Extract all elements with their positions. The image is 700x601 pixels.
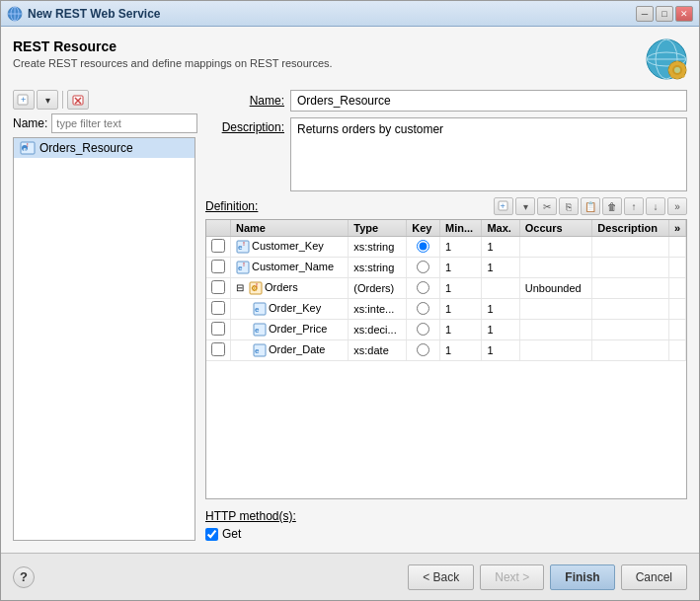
- def-more-button[interactable]: »: [667, 197, 687, 215]
- name-label: Name:: [13, 116, 47, 130]
- get-checkbox[interactable]: [205, 528, 218, 541]
- header-text: REST Resource Create REST resources and …: [13, 38, 333, 69]
- cell-occurs: [519, 340, 592, 361]
- cell-max: 1: [482, 237, 519, 258]
- http-section: HTTP method(s): Get: [205, 509, 687, 541]
- svg-rect-12: [668, 69, 672, 72]
- definition-header: Definition: + ▾ ✂ ⎘ 📋: [205, 197, 687, 215]
- dropdown-arrow-button[interactable]: ▾: [37, 90, 58, 110]
- filter-input[interactable]: [51, 113, 197, 133]
- cell-min: 1: [440, 320, 482, 340]
- next-button[interactable]: Next >: [480, 564, 544, 590]
- cell-more: [668, 340, 685, 361]
- header-section: REST Resource Create REST resources and …: [13, 38, 687, 80]
- key-radio[interactable]: [417, 302, 429, 315]
- cell-key: [407, 299, 440, 320]
- key-radio[interactable]: [417, 240, 429, 253]
- toolbar-divider: [62, 91, 63, 109]
- tree-item-orders-resource[interactable]: e ! Orders_Resource: [14, 138, 194, 158]
- cell-more: [668, 237, 685, 258]
- cell-name: e ! Customer_Name: [231, 258, 349, 278]
- cell-min: 1: [440, 299, 482, 320]
- cell-type: xs:date: [349, 340, 407, 361]
- key-radio[interactable]: [417, 323, 429, 336]
- description-field-row: Description: Returns orders by customer: [205, 117, 687, 191]
- cell-type: xs:string: [349, 237, 407, 258]
- field-icon: e: [253, 343, 267, 357]
- row-checkbox[interactable]: [211, 342, 225, 356]
- cell-more: [668, 299, 685, 320]
- col-occurs: Occurs: [519, 220, 592, 237]
- cell-max: 1: [482, 299, 519, 320]
- row-checkbox[interactable]: [211, 301, 225, 315]
- field-icon: e !: [236, 240, 250, 254]
- left-toolbar: + ▾: [13, 90, 195, 110]
- def-move-down-button[interactable]: ↓: [646, 197, 665, 215]
- maximize-button[interactable]: □: [656, 6, 673, 22]
- finish-button[interactable]: Finish: [550, 564, 614, 590]
- definition-table: Name Type Key Min... Max. Occurs Descrip…: [205, 219, 687, 499]
- cell-key: [407, 278, 440, 299]
- main-split: + ▾ Name:: [13, 90, 687, 541]
- row-checkbox[interactable]: [211, 322, 225, 336]
- cell-occurs: Unbounded: [519, 278, 592, 299]
- key-radio[interactable]: [417, 343, 429, 356]
- description-label: Description:: [205, 117, 284, 134]
- main-window: New REST Web Service ─ □ ✕ REST Resource…: [0, 0, 700, 601]
- window-title: New REST Web Service: [28, 7, 161, 21]
- back-button[interactable]: < Back: [408, 564, 474, 590]
- name-row: Name:: [13, 113, 195, 133]
- def-paste-button[interactable]: 📋: [581, 197, 600, 215]
- def-move-up-button[interactable]: ↑: [624, 197, 644, 215]
- col-name: Name: [231, 220, 349, 237]
- def-copy-button[interactable]: ⎘: [559, 197, 579, 215]
- cell-desc: [592, 237, 669, 258]
- get-label: Get: [222, 527, 241, 541]
- svg-rect-11: [676, 75, 679, 79]
- cell-desc: [592, 258, 669, 278]
- cell-name: e ! Customer_Key: [231, 237, 349, 258]
- name-field-input[interactable]: [290, 90, 687, 112]
- table-row: e ! Customer_Name xs:string 1 1: [206, 258, 686, 278]
- cell-type: xs:string: [349, 258, 407, 278]
- def-add-button[interactable]: +: [494, 197, 513, 215]
- row-checkbox[interactable]: [211, 239, 225, 253]
- svg-text:+: +: [21, 95, 26, 105]
- row-checkbox[interactable]: [211, 260, 225, 273]
- def-cut-button[interactable]: ✂: [537, 197, 557, 215]
- cell-name: ⊟ ⚙ ! Orders: [231, 278, 349, 299]
- name-field-label: Name:: [205, 94, 284, 108]
- delete-resource-button[interactable]: [67, 90, 89, 110]
- col-min: Min...: [440, 220, 482, 237]
- cell-min: 1: [440, 278, 482, 299]
- cell-type: (Orders): [349, 278, 407, 299]
- minimize-button[interactable]: ─: [636, 6, 654, 22]
- svg-rect-13: [682, 69, 686, 72]
- key-radio[interactable]: [417, 261, 429, 273]
- svg-text:!: !: [243, 262, 245, 267]
- cell-desc: [592, 340, 669, 361]
- cell-occurs: [519, 237, 592, 258]
- add-resource-button[interactable]: +: [13, 90, 35, 110]
- http-label: HTTP method(s):: [205, 509, 687, 523]
- svg-text:!: !: [256, 282, 258, 288]
- svg-text:e: e: [255, 305, 260, 314]
- def-dropdown-button[interactable]: ▾: [515, 197, 535, 215]
- close-button[interactable]: ✕: [675, 6, 693, 22]
- cell-name: e Order_Date: [231, 340, 349, 361]
- content-area: REST Resource Create REST resources and …: [1, 27, 699, 553]
- help-button[interactable]: ?: [13, 566, 35, 588]
- collapse-icon[interactable]: ⊟: [236, 282, 244, 293]
- resource-tree: e ! Orders_Resource: [13, 137, 195, 541]
- def-delete-button[interactable]: 🗑: [602, 197, 622, 215]
- cell-more: [668, 258, 685, 278]
- tree-item-label: Orders_Resource: [39, 141, 133, 155]
- cell-desc: [592, 278, 669, 299]
- cell-key: [407, 320, 440, 340]
- key-radio[interactable]: [417, 281, 429, 294]
- table-row: e Order_Date xs:date 1 1: [206, 340, 686, 361]
- description-textarea[interactable]: Returns orders by customer: [290, 117, 687, 191]
- cancel-button[interactable]: Cancel: [621, 564, 687, 590]
- row-checkbox[interactable]: [211, 280, 225, 294]
- cell-max: 1: [482, 340, 519, 361]
